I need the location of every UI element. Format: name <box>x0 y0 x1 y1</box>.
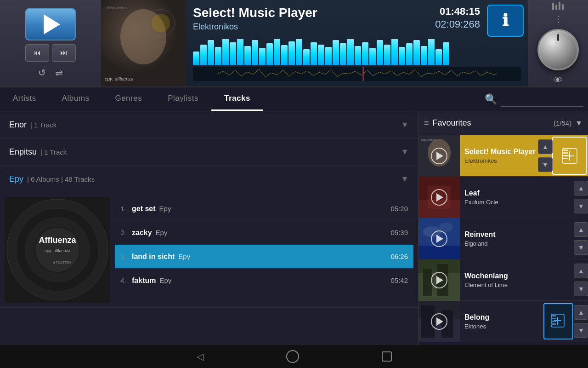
menu-dots[interactable]: ⋮ <box>554 14 563 24</box>
track-item-4[interactable]: 4. faktum Epy 05:42 <box>115 269 413 293</box>
eye-icon[interactable]: 👁 <box>554 75 563 86</box>
player-bar: ⏮ ⏭ ↺ ⇌ <box>0 0 588 87</box>
track-name-4: faktum <box>132 276 156 285</box>
svg-rect-11 <box>559 2 560 10</box>
search-area: 🔍 <box>485 87 588 111</box>
track-item-1[interactable]: 1. get set Epy 05:20 <box>115 197 413 221</box>
player-artist: Elektronikos <box>193 22 317 32</box>
artist-group-enor: Enor | 1 Track ▼ <box>0 111 418 138</box>
spectrum-bar <box>406 43 413 65</box>
fav-item-3[interactable]: Wochenlang Element of Lime ▲ ▼ <box>418 259 588 301</box>
artist-group-enpitsu: Enpitsu | 1 Track ▼ <box>0 138 418 166</box>
svg-rect-56 <box>552 323 556 325</box>
scroll-down-btn-0[interactable]: ▼ <box>538 157 553 172</box>
nav-recent-button[interactable] <box>382 351 392 362</box>
fav-play-btn-4[interactable] <box>431 313 447 330</box>
artist-header-enpitsu[interactable]: Enpitsu | 1 Track ▼ <box>0 138 418 165</box>
spectrum-bar <box>311 42 317 65</box>
fav-item-4[interactable]: Belong Ektones ▲ <box>418 301 588 342</box>
artist-meta-enpitsu: | 1 Track <box>40 148 67 156</box>
fav-list[interactable]: elektronikos Select! Music Player Elektr… <box>418 135 588 345</box>
search-input[interactable] <box>501 92 583 107</box>
waveform[interactable] <box>193 67 521 81</box>
tab-albums[interactable]: Albums <box>49 87 102 111</box>
spectrum-bar <box>303 49 310 65</box>
tab-genres[interactable]: Genres <box>102 87 155 111</box>
fav-item-1[interactable]: Leaf Exulum Ocie ▲ ▼ <box>418 177 588 218</box>
volume-section: ⋮ 👁 <box>528 0 588 86</box>
spectrum-bar <box>355 46 361 65</box>
repeat-icon[interactable]: ↺ <box>38 67 46 78</box>
volume-knob[interactable] <box>537 29 579 70</box>
shuffle-icon[interactable]: ⇌ <box>55 67 63 78</box>
spectrum-bar <box>435 49 442 65</box>
fav-play-btn-1[interactable] <box>431 189 447 206</box>
prev-button[interactable]: ⏮ <box>25 44 49 62</box>
fav-add-outline-4[interactable] <box>543 303 573 339</box>
spectrum-bar <box>391 39 398 65</box>
track-name-3: land in sicht <box>132 253 175 261</box>
artist-name-enor: Enor <box>9 120 27 130</box>
fav-artist-2: Elgoland <box>464 240 583 247</box>
spectrum-bar <box>266 43 273 65</box>
tab-tracks[interactable]: Tracks <box>211 87 263 111</box>
spectrum-bar <box>237 39 243 65</box>
track-item-2[interactable]: 2. zacky Epy 05:39 <box>115 221 413 245</box>
track-artist-3: Epy <box>178 253 190 260</box>
scroll-down-btn-4[interactable]: ▼ <box>574 323 588 338</box>
fav-item-2[interactable]: Reinvent Elgoland ▲ ▼ <box>418 218 588 259</box>
spectrum-bar <box>340 43 346 65</box>
spectrum-bar <box>281 45 288 65</box>
scroll-down-btn-1[interactable]: ▼ <box>574 199 588 213</box>
time-total: 02:09:268 <box>435 18 480 30</box>
search-icon[interactable]: 🔍 <box>485 93 497 105</box>
svg-rect-53 <box>552 315 556 316</box>
fav-play-btn-0[interactable] <box>431 148 447 164</box>
svg-rect-33 <box>563 158 568 159</box>
scroll-down-btn-3[interactable]: ▼ <box>574 282 588 296</box>
fav-scroll-btns-2: ▲ ▼ <box>574 218 588 259</box>
artist-meta-enor: | 1 Track <box>30 121 57 129</box>
scroll-up-btn-4[interactable]: ▲ <box>574 305 588 320</box>
scroll-up-btn-0[interactable]: ▲ <box>538 139 553 154</box>
nav-home-button[interactable] <box>286 350 299 363</box>
scroll-down-btn-2[interactable]: ▼ <box>574 240 588 255</box>
spectrum-bar <box>325 47 332 65</box>
eq-icon[interactable] <box>551 1 565 12</box>
knob-indicator <box>557 34 559 41</box>
svg-rect-55 <box>552 321 556 322</box>
tab-playlists[interactable]: Playlists <box>155 87 211 111</box>
song-title: Select! Music Player <box>193 6 317 20</box>
info-button[interactable]: ℹ <box>487 5 524 37</box>
fav-item-0[interactable]: elektronikos Select! Music Player Elektr… <box>418 135 588 177</box>
spectrum-bar <box>259 48 266 65</box>
play-button[interactable] <box>25 8 76 40</box>
spectrum-bar <box>296 39 302 65</box>
artist-header-enor[interactable]: Enor | 1 Track ▼ <box>0 111 418 138</box>
spectrum-bar <box>200 45 207 65</box>
svg-rect-9 <box>552 3 554 10</box>
spectrum-bar <box>443 42 449 65</box>
spectrum-bar <box>252 40 258 65</box>
scroll-up-btn-2[interactable]: ▲ <box>574 222 588 237</box>
track-name-1: get set <box>132 205 156 213</box>
fav-add-active-0[interactable] <box>552 137 587 175</box>
player-controls: ⏮ ⏭ ↺ ⇌ <box>0 0 101 86</box>
fav-play-triangle-2 <box>436 235 443 243</box>
tab-artists[interactable]: Artists <box>0 87 49 111</box>
next-button[interactable]: ⏭ <box>52 44 76 62</box>
fav-chevron[interactable]: ▼ <box>575 119 582 127</box>
music-list[interactable]: Enor | 1 Track ▼ Enpitsu | 1 Track ▼ Epy… <box>0 111 418 345</box>
fav-play-btn-2[interactable] <box>431 230 447 247</box>
nav-back-button[interactable]: ◁ <box>197 351 204 362</box>
scroll-up-btn-1[interactable]: ▲ <box>574 181 588 196</box>
track-duration-2: 05:39 <box>390 229 408 236</box>
svg-text:⊕TRUSTED: ⊕TRUSTED <box>53 261 71 264</box>
spectrum-bars <box>193 39 521 65</box>
svg-text:epy: affluenza: epy: affluenza <box>45 248 70 253</box>
track-item-3[interactable]: 3. land in sicht Epy 06:26 <box>115 245 413 269</box>
fav-play-btn-3[interactable] <box>431 272 447 288</box>
fav-scroll-btns-4: ▲ ▼ <box>574 301 588 342</box>
artist-header-epy[interactable]: Epy | 6 Albums | 48 Tracks ▼ <box>0 166 418 192</box>
scroll-up-btn-3[interactable]: ▲ <box>574 264 588 278</box>
